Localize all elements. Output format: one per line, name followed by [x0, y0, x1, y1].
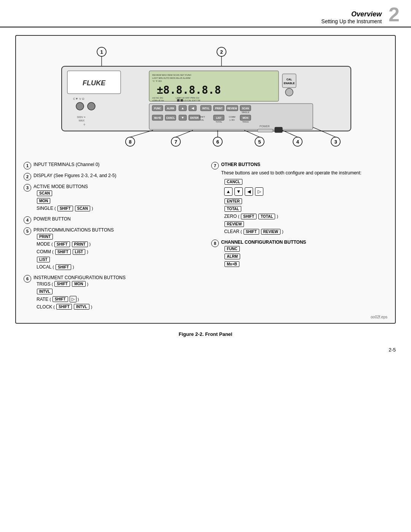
svg-text:▼: ▼ [181, 116, 185, 120]
btn-scan-single: SCAN [75, 206, 90, 211]
btn-total: TOTAL [225, 206, 241, 212]
btn-intvl: INTVL [37, 289, 53, 294]
desc-right: 7 OTHER BUTTONS These buttons are used t… [211, 161, 387, 314]
desc-text-5: PRINT/COMMUNICATIONS BUTTONS [33, 227, 114, 233]
desc-text-7: OTHER BUTTONS [221, 161, 362, 168]
svg-text:°C °F RO: °C °F RO [152, 80, 162, 82]
chapter-num: 2 [389, 5, 400, 24]
file-ref: oo02f.eps [24, 315, 387, 319]
svg-rect-24 [282, 74, 296, 88]
figure-caption: Figure 2-2. Front Panel [15, 331, 396, 337]
btn-mxb: Mx+B [225, 261, 239, 267]
svg-text:C▼ V Ω: C▼ V Ω [73, 97, 84, 101]
desc-item-2: 2 DISPLAY (See Figures 2-3, 2-4, and 2-5… [24, 173, 200, 181]
sub-clear: CLEAR ( SHIFT REVIEW ) [224, 228, 362, 235]
svg-text:SINGLE: SINGLE [242, 111, 250, 113]
svg-text:LIST: LIST [216, 117, 221, 119]
btn-right-arrow: ▷ [255, 187, 263, 196]
svg-text:ENTER: ENTER [190, 117, 199, 119]
sub-total: TOTAL [224, 206, 362, 212]
svg-text:MAX: MAX [79, 119, 85, 122]
svg-text:REVIEW  MAX  REM  SCAN  SET  F: REVIEW MAX REM SCAN SET FUNC [152, 74, 192, 76]
svg-text:CAL: CAL [200, 119, 204, 121]
sub-single: SINGLE ( SHIFT SCAN ) [37, 205, 93, 212]
svg-text:MON: MON [242, 117, 248, 119]
circle-7: 7 [211, 162, 219, 169]
sub-mon: MON [37, 198, 93, 204]
sub-clock: CLOCK ( SHIFT INTVL ) [37, 304, 126, 310]
btn-cancl: CANCL [225, 179, 242, 185]
sub-print: PRINT [37, 233, 114, 240]
desc-left: 1 INPUT TERMINALS (Channel 0) 2 DISPLAY … [24, 161, 200, 314]
svg-text:ALRM: ALRM [167, 107, 174, 110]
desc-text-3: ACTIVE MODE BUTTONS [33, 184, 93, 190]
svg-text:±8.8.8.8.8: ±8.8.8.8.8 [157, 84, 221, 96]
sub-mode: MODE ( SHIFT PRINT ) [37, 241, 114, 248]
sub-enter: ENTER [224, 198, 362, 204]
circle-6: 6 [24, 275, 31, 283]
desc-text-8: CHANNEL CONFIGURATION BUTTONS [221, 239, 306, 246]
btn-list-comm: LIST [73, 249, 86, 255]
btn-scan: SCAN [37, 190, 52, 196]
page-bottom: 2-5 [0, 345, 411, 355]
svg-text:3: 3 [334, 139, 337, 145]
desc-item-4: 4 POWER BUTTON [24, 216, 200, 224]
svg-text:SCAN: SCAN [242, 107, 249, 110]
circle-8: 8 [211, 240, 219, 247]
svg-text:FUNC: FUNC [154, 107, 161, 110]
svg-text:COMM: COMM [229, 116, 236, 118]
svg-point-27 [285, 88, 293, 96]
sub-zero: ZERO ( SHIFT TOTAL ) [224, 213, 362, 220]
header-subtitle: Setting Up the Instrument [321, 18, 382, 24]
svg-text:TRIGS: TRIGS [242, 121, 249, 123]
btn-list: LIST [37, 257, 50, 262]
svg-text:x1Mx+B Hz: x1Mx+B Hz [152, 99, 164, 102]
svg-text:7: 7 [174, 139, 177, 145]
circle-1: 1 [24, 162, 31, 169]
svg-text:◀: ◀ [191, 106, 194, 110]
desc-item-1: 1 INPUT TERMINALS (Channel 0) [24, 161, 200, 169]
svg-text:CAL: CAL [287, 78, 292, 81]
desc-item-7: 7 OTHER BUTTONS These buttons are used t… [211, 161, 387, 236]
btn-shift-clear: SHIFT [244, 229, 259, 235]
btn-print-mode: PRINT [72, 241, 88, 247]
desc-text-2: DISPLAY (See Figures 2-3, 2-4, and 2-5) [33, 173, 116, 179]
other-buttons-detail: These buttons are used to both configure… [221, 169, 362, 176]
svg-text:INTVL: INTVL [202, 107, 210, 110]
sub-scan: SCAN [37, 190, 93, 197]
desc-item-8: 8 CHANNEL CONFIGURATION BUTTONS FUNC ALR… [211, 239, 387, 268]
desc-text-4: POWER BUTTON [33, 216, 71, 222]
svg-rect-65 [258, 129, 273, 132]
svg-text:SHIFT: SHIFT [199, 116, 206, 118]
sub-cancl: CANCL [224, 179, 362, 185]
svg-text:PRINT: PRINT [215, 107, 223, 110]
sub-alrm: ALRM [224, 253, 306, 260]
btn-mon: MON [37, 198, 50, 204]
circle-5: 5 [24, 227, 31, 235]
btn-enter: ENTER [225, 198, 242, 204]
svg-point-10 [76, 102, 84, 110]
svg-text:ENABLE: ENABLE [284, 82, 295, 85]
header-text: Overview Setting Up the Instrument [321, 10, 382, 24]
sub-comm: COMM ( SHIFT LIST ) [37, 249, 114, 255]
btn-intvl-clock: INTVL [74, 304, 89, 310]
sub-intvl: INTVL [37, 288, 126, 295]
sub-list: LIST [37, 256, 114, 263]
sub-trigs: TRIGS ( SHIFT MON ) [37, 281, 126, 287]
arrow-buttons-row: ▲ ▼ ◀ ▷ [224, 187, 362, 196]
svg-text:1: 1 [100, 49, 103, 55]
btn-shift-mode: SHIFT [54, 241, 70, 247]
instrument-diagram: 1 2 FLUKE C▼ V Ω 300V ≡ MAX ⏚ REVIEW MAX [15, 35, 396, 324]
svg-text:TOTAL: TOTAL [215, 121, 222, 123]
desc-text-1: INPUT TERMINALS (Channel 0) [33, 161, 100, 168]
btn-func: FUNC [225, 246, 240, 252]
description-section: 1 INPUT TERMINALS (Channel 0) 2 DISPLAY … [24, 161, 387, 314]
svg-text:2: 2 [220, 49, 223, 55]
sub-rate: RATE ( SHIFT ▷ ) [37, 296, 126, 302]
page-number: 2-5 [389, 347, 396, 353]
btn-mon-trigs: MON [72, 281, 85, 287]
svg-text:LIMIT  HI  OFF  PRN CH: LIMIT HI OFF PRN CH [176, 97, 199, 99]
btn-total-zero: TOTAL [258, 214, 275, 219]
desc-item-6: 6 INSTRUMENT CONFIGURATION BUTTONS TRIGS… [24, 275, 200, 312]
svg-text:Mx+B: Mx+B [154, 117, 161, 119]
